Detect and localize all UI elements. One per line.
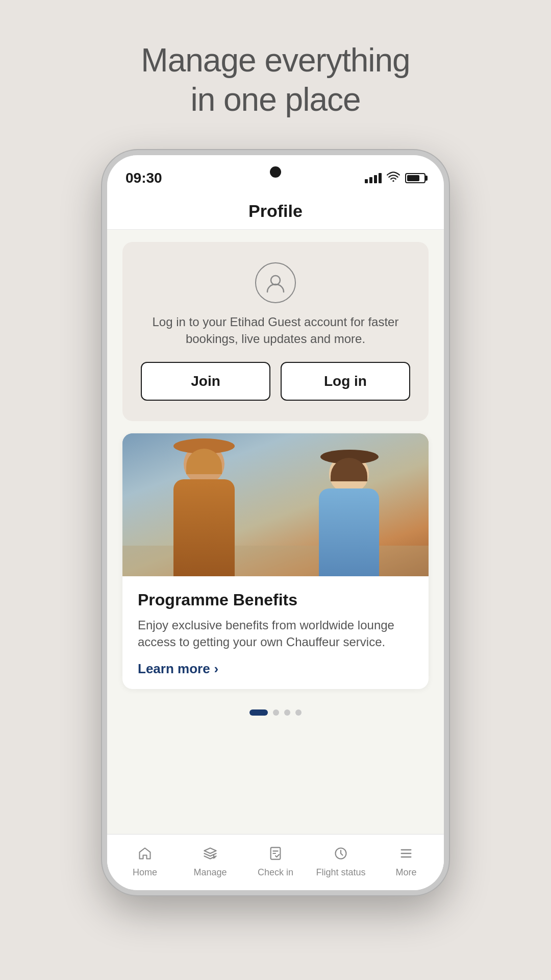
home-icon [138, 846, 152, 864]
chevron-right-icon: › [214, 661, 219, 677]
main-content[interactable]: Log in to your Etihad Guest account for … [107, 230, 444, 834]
profile-buttons: Join Log in [141, 362, 410, 401]
dot-2 [273, 709, 279, 716]
checkin-icon [268, 846, 283, 864]
learn-more-button[interactable]: Learn more › [138, 661, 413, 677]
nav-manage-label: Manage [193, 867, 227, 878]
nav-manage[interactable]: Manage [178, 846, 243, 878]
bottom-nav: Home Manage [107, 834, 444, 890]
camera [270, 166, 281, 178]
join-button[interactable]: Join [141, 362, 270, 401]
dot-3 [284, 709, 290, 716]
battery-icon [405, 173, 425, 183]
profile-card: Log in to your Etihad Guest account for … [122, 242, 429, 421]
manage-icon [203, 846, 217, 864]
programme-description: Enjoy exclusive benefits from worldwide … [138, 617, 413, 651]
signal-icon [365, 173, 382, 183]
avatar [255, 262, 296, 303]
app-header: Profile [107, 191, 444, 230]
more-icon [399, 846, 413, 864]
dot-4 [295, 709, 302, 716]
nav-home-label: Home [133, 867, 157, 878]
flight-status-icon [334, 846, 348, 864]
programme-card: Programme Benefits Enjoy exclusive benef… [122, 433, 429, 689]
svg-point-0 [392, 180, 394, 182]
programme-body: Programme Benefits Enjoy exclusive benef… [122, 576, 429, 689]
nav-flight-status-label: Flight status [316, 867, 365, 878]
nav-more[interactable]: More [373, 846, 439, 878]
status-icons [365, 172, 425, 185]
nav-checkin-label: Check in [258, 867, 293, 878]
svg-point-1 [271, 276, 280, 285]
phone-frame: 09:30 Profile [102, 150, 449, 895]
page-tagline: Manage everything in one place [141, 41, 410, 119]
nav-flight-status[interactable]: Flight status [308, 846, 373, 878]
nav-checkin[interactable]: Check in [243, 846, 308, 878]
screen-content: Profile Log in to your Etihad Guest acco… [107, 191, 444, 890]
programme-title: Programme Benefits [138, 591, 413, 609]
profile-description: Log in to your Etihad Guest account for … [141, 313, 410, 348]
nav-home[interactable]: Home [112, 846, 178, 878]
login-button[interactable]: Log in [281, 362, 410, 401]
status-time: 09:30 [126, 170, 162, 186]
page-title: Profile [126, 201, 425, 221]
programme-image [122, 433, 429, 576]
dot-1 [249, 709, 268, 716]
wifi-icon [387, 172, 400, 185]
carousel-dots [122, 701, 429, 720]
nav-more-label: More [395, 867, 416, 878]
